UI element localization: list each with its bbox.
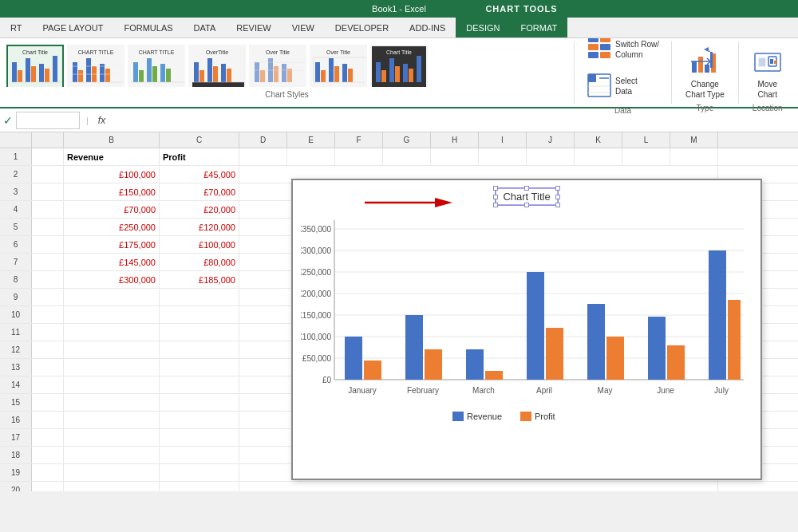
cell-c15[interactable]	[160, 394, 239, 411]
tab-developer[interactable]: DEVELOPER	[325, 18, 399, 37]
cell-c1[interactable]: Profit	[160, 148, 239, 165]
cell-a2[interactable]	[32, 166, 64, 183]
cell-c19[interactable]	[160, 464, 239, 481]
cell-a11[interactable]	[32, 324, 64, 341]
col-header-m[interactable]: M	[670, 132, 718, 148]
bar-jan-profit[interactable]	[364, 361, 381, 380]
bar-mar-rev[interactable]	[466, 349, 484, 380]
bar-jul-rev[interactable]	[709, 250, 726, 380]
cell-b20[interactable]	[64, 482, 160, 491]
bar-jan-rev[interactable]	[345, 337, 362, 380]
cell-b2[interactable]: £100,000	[64, 166, 160, 183]
tab-formulas[interactable]: FORMULAS	[113, 18, 183, 37]
cell-a3[interactable]	[32, 183, 64, 200]
cell-c20[interactable]	[160, 482, 239, 491]
cell-c13[interactable]	[160, 359, 239, 376]
cell-b18[interactable]	[64, 447, 160, 463]
cell-c14[interactable]	[160, 376, 239, 393]
cell-d1[interactable]	[239, 148, 287, 165]
cell-c6[interactable]: £100,000	[160, 236, 239, 253]
cell-b17[interactable]	[64, 429, 160, 446]
cell-j1[interactable]	[527, 148, 575, 165]
cell-m1[interactable]	[670, 148, 718, 165]
bar-jul-profit[interactable]	[728, 300, 741, 380]
cell-a7[interactable]	[32, 254, 64, 270]
cell-c7[interactable]: £80,000	[160, 254, 239, 270]
tab-rt[interactable]: RT	[0, 18, 32, 37]
cell-a19[interactable]	[32, 464, 64, 481]
cell-c3[interactable]: £70,000	[160, 183, 239, 200]
col-header-d[interactable]: D	[239, 132, 287, 148]
col-header-e[interactable]: E	[287, 132, 335, 148]
tab-format[interactable]: FORMAT	[511, 18, 568, 37]
handle-bm[interactable]	[524, 203, 529, 207]
handle-tm[interactable]	[524, 186, 529, 191]
cell-b4[interactable]: £70,000	[64, 201, 160, 218]
move-chart-button[interactable]: MoveChart	[745, 43, 790, 104]
col-header-c[interactable]: C	[160, 132, 239, 148]
cell-a1[interactable]	[32, 148, 64, 165]
col-header-i[interactable]: I	[479, 132, 527, 148]
cell-b14[interactable]	[64, 376, 160, 393]
col-header-l[interactable]: L	[622, 132, 670, 148]
handle-ml[interactable]	[493, 195, 498, 199]
cell-b5[interactable]: £250,000	[64, 219, 160, 235]
tab-page-layout[interactable]: PAGE LAYOUT	[32, 18, 113, 37]
tab-add-ins[interactable]: ADD-INS	[399, 18, 456, 37]
col-header-k[interactable]: K	[575, 132, 622, 148]
select-data-button[interactable]: SelectData	[581, 69, 665, 103]
cell-b16[interactable]	[64, 412, 160, 428]
cell-a18[interactable]	[32, 447, 64, 463]
cell-c17[interactable]	[160, 429, 239, 446]
bar-jun-rev[interactable]	[648, 317, 666, 380]
cell-a10[interactable]	[32, 306, 64, 323]
col-header-h[interactable]: H	[431, 132, 479, 148]
checkmark-icon[interactable]: ✓	[3, 114, 13, 127]
cell-c2[interactable]: £45,000	[160, 166, 239, 183]
cell-f1[interactable]	[335, 148, 383, 165]
bar-feb-profit[interactable]	[425, 349, 442, 380]
cell-c8[interactable]: £185,000	[160, 271, 239, 288]
cell-h1[interactable]	[431, 148, 479, 165]
cell-a5[interactable]	[32, 219, 64, 235]
handle-bl[interactable]	[493, 203, 498, 207]
cell-a13[interactable]	[32, 359, 64, 376]
chart-style-6[interactable]: Over Title	[310, 45, 367, 87]
cell-b8[interactable]: £300,000	[64, 271, 160, 288]
chart-style-5[interactable]: Over Title	[249, 45, 306, 87]
cell-b15[interactable]	[64, 394, 160, 411]
cell-b11[interactable]	[64, 324, 160, 341]
cell-e1[interactable]	[287, 148, 335, 165]
col-header-g[interactable]: G	[383, 132, 431, 148]
cell-c9[interactable]	[160, 289, 239, 305]
bar-mar-profit[interactable]	[485, 371, 503, 380]
cell-a14[interactable]	[32, 376, 64, 393]
tab-view[interactable]: VIEW	[282, 18, 325, 37]
bar-may-profit[interactable]	[606, 337, 624, 380]
cell-b19[interactable]	[64, 464, 160, 481]
cell-a6[interactable]	[32, 236, 64, 253]
cell-rest-20[interactable]	[239, 482, 718, 491]
cell-c11[interactable]	[160, 324, 239, 341]
cell-a12[interactable]	[32, 341, 64, 358]
cell-a4[interactable]	[32, 201, 64, 218]
cell-b9[interactable]	[64, 289, 160, 305]
cell-a8[interactable]	[32, 271, 64, 288]
chart-style-4[interactable]: OverTitle	[188, 45, 246, 87]
cell-k1[interactable]	[575, 148, 622, 165]
bar-apr-profit[interactable]	[546, 328, 563, 380]
cell-b6[interactable]: £175,000	[64, 236, 160, 253]
chart-style-2[interactable]: CHART TITLE	[67, 45, 124, 87]
cell-c12[interactable]	[160, 341, 239, 358]
cell-i1[interactable]	[479, 148, 527, 165]
cell-g1[interactable]	[383, 148, 431, 165]
tab-data[interactable]: DATA	[184, 18, 227, 37]
cell-c5[interactable]: £120,000	[160, 219, 239, 235]
cell-b13[interactable]	[64, 359, 160, 376]
tab-design[interactable]: DESIGN	[456, 18, 510, 37]
cell-b3[interactable]: £150,000	[64, 183, 160, 200]
cell-c4[interactable]: £20,000	[160, 201, 239, 218]
cell-c16[interactable]	[160, 412, 239, 428]
cell-c10[interactable]	[160, 306, 239, 323]
chart-style-3[interactable]: CHART TITLE	[128, 45, 185, 87]
